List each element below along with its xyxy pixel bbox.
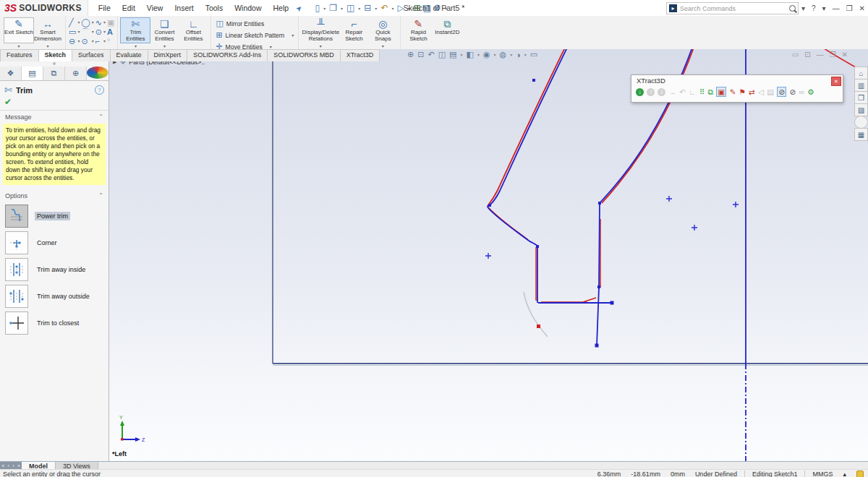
snap-off-icon[interactable]: ⊘ [777,87,786,97]
item[interactable]: ▾ [510,52,512,57]
item[interactable]: ▾ [391,6,393,11]
minimize-icon[interactable]: — [833,4,840,12]
quick-snaps-button[interactable]: ◎ Quick Snaps [367,17,398,43]
sketch-canvas[interactable]: Y Z *Left [109,49,868,461]
section-view-icon[interactable]: ◫ [438,50,446,59]
circle-icon[interactable]: ◯ [81,18,90,27]
display-style-icon[interactable]: ◉ [483,50,490,59]
annotation-icon[interactable]: ▤ [449,50,456,59]
xtract3d-close-button[interactable]: ✕ [831,77,841,86]
mark-icon[interactable]: ⚑ [739,87,745,96]
rapid-sketch-button[interactable]: ✎ Rapid Sketch [403,17,433,43]
open-icon[interactable]: ❐ [329,3,337,13]
message-section-header[interactable]: Message ⌃ [0,111,109,122]
point-cloud-icon[interactable]: ⠿ [699,87,705,96]
corner-icon[interactable] [5,231,28,254]
item[interactable]: Help [273,4,289,12]
smart-dimension-dropdown[interactable]: ▾ [46,43,48,48]
item[interactable]: ▾ [77,37,80,46]
view-palette-tab-icon[interactable]: ▨ [854,103,868,116]
mirror-entities-button[interactable]: ◫ Mirror Entities [216,19,294,28]
pane-close-icon[interactable]: ✕ [842,51,848,59]
option-trim-away-outside[interactable]: Trim away outside [5,285,103,308]
save-icon[interactable]: ◫ [346,3,354,13]
dimxpertmanager-tab-icon[interactable]: ⊕ [65,66,87,80]
linear-sketch-pattern-button[interactable]: ⊞ Linear Sketch Pattern ▾ [216,30,294,40]
zoom-area-icon[interactable]: ⊡ [417,50,424,59]
line-icon[interactable]: ╱ [69,18,76,27]
item[interactable]: ▾ [92,37,94,46]
options-section-header[interactable]: Options ⌃ [0,189,109,201]
displaymanager-tab-icon[interactable] [87,66,109,79]
item[interactable]: Tools [205,4,224,12]
move-entities-dropdown[interactable]: ▾ [270,44,272,49]
pane-view-icon[interactable]: ⊡ [804,51,810,59]
file-explorer-tab-icon[interactable]: ❐ [854,91,868,104]
item[interactable]: ▾ [460,52,462,57]
item[interactable]: ▾ [92,18,94,27]
item[interactable]: ▾ [375,6,377,11]
design-library-tab-icon[interactable]: ▥ [854,79,868,92]
prev-tab-arrow[interactable]: ‹ [7,463,9,468]
exit-sketch-button[interactable]: ✎ Exit Sketch [4,17,34,43]
info-icon[interactable]: i [658,88,665,96]
pane-split-icon[interactable]: ▭ [792,51,799,59]
next-tab-arrow[interactable]: › [12,463,14,468]
trim-entities-button[interactable]: ✄ Trim Entities [120,17,150,43]
item[interactable]: ▾ [524,52,527,57]
point-icon[interactable]: ⊙ [81,37,90,46]
item[interactable]: Edit [122,4,135,12]
slot-icon[interactable]: ⊖ [69,37,76,46]
previous-view-icon[interactable]: ↶ [427,50,434,59]
settings-icon[interactable]: ⚙ [807,87,814,96]
item[interactable]: ▾ [358,6,360,11]
item[interactable]: ▾ [103,37,106,46]
undo-icon[interactable]: ↶ [380,3,388,13]
tab-sketch[interactable]: Sketch [38,49,73,61]
pages-icon[interactable]: ⧉ [708,87,714,96]
fillet-icon[interactable]: ⌐ [95,37,102,46]
item[interactable]: ▾ [103,18,106,27]
unit-system[interactable]: MMGS [812,470,833,477]
last-tab-arrow[interactable]: » [17,463,20,468]
exit-sketch-dropdown[interactable]: ▾ [17,43,20,48]
item[interactable]: ▾ [77,18,80,27]
more-icon[interactable]: ° [107,37,114,46]
graphics-area[interactable]: Y Z *Left ▶ ❖ Part5 (Default<<Default>..… [109,49,868,461]
item[interactable]: ▾ [77,27,80,36]
cursor-icon[interactable]: ◁ [758,87,764,96]
layers-icon[interactable]: ▤ [767,87,774,96]
configurationmanager-tab-icon[interactable]: ⧉ [43,66,65,80]
filter-off-icon[interactable]: ⊘ [789,87,796,96]
offset-entities-button[interactable]: ∟ Offset Entities [178,17,208,43]
featuremanager-tab-icon[interactable]: ❖ [0,66,22,80]
unit-system-caret[interactable]: ▴ [843,470,846,477]
close-icon[interactable]: ✕ [859,4,865,12]
text-icon[interactable]: A [107,27,114,36]
first-tab-arrow[interactable]: « [1,463,4,468]
collapse-chevron-icon[interactable]: ⌃ [98,192,103,199]
import-icon[interactable]: ↓ [636,88,644,96]
help-dropdown[interactable]: ▾ [822,4,826,12]
item[interactable]: Insert [174,4,193,12]
new-icon[interactable]: ▯ [315,3,320,13]
tab-dimxpert[interactable]: DimXpert [148,49,188,61]
display-delete-relations-dropdown[interactable]: ▾ [320,43,322,48]
quick-snaps-dropdown[interactable]: ▾ [382,43,384,48]
smart-dimension-button[interactable]: ↔ Smart Dimension [33,17,63,43]
search-icon[interactable] [789,5,796,12]
option-trim-to-closest[interactable]: Trim to closest [5,311,103,335]
flip-icon[interactable]: ⇄ [749,87,755,96]
measure-icon[interactable]: ∟ [689,87,696,96]
custom-properties-tab-icon[interactable]: ▦ [854,128,868,141]
plane-icon[interactable]: ▣ [107,18,114,27]
view-orientation-icon[interactable]: ◧ [466,50,473,59]
next-icon[interactable]: → [669,87,677,96]
tab-mbd[interactable]: SOLIDWORKS MBD [267,49,341,61]
item[interactable]: ▾ [341,6,343,11]
undo-icon[interactable]: ↶ [679,87,686,96]
ellipse-icon[interactable]: ⊙ [95,27,102,36]
spline-icon[interactable]: ∿ [95,18,102,27]
rectangle-icon[interactable]: ▭ [69,27,76,36]
tab-surfaces[interactable]: Surfaces [72,49,111,61]
